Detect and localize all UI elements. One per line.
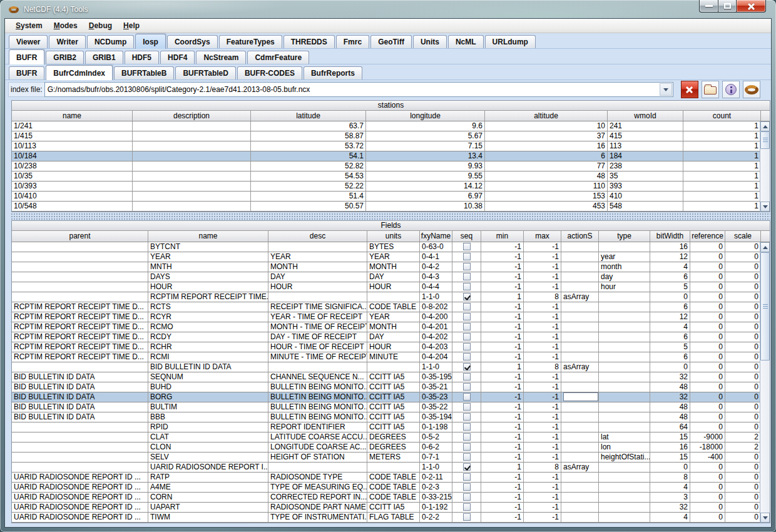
- count-cell[interactable]: 1: [683, 151, 761, 161]
- scale-cell[interactable]: 0: [725, 382, 761, 392]
- name-cell[interactable]: RATP: [148, 473, 268, 483]
- type-cell[interactable]: lon: [599, 442, 650, 453]
- type-cell[interactable]: [599, 382, 650, 392]
- type-cell[interactable]: day: [599, 272, 650, 282]
- parent-cell[interactable]: [12, 242, 148, 252]
- fxyName-cell[interactable]: 0-35-21: [420, 382, 452, 392]
- netcdf-button[interactable]: [743, 81, 760, 98]
- max-cell[interactable]: -1: [524, 262, 561, 272]
- max-cell[interactable]: -1: [524, 372, 561, 382]
- name-cell[interactable]: 10/113: [12, 141, 133, 151]
- tab-ncml[interactable]: NcML: [448, 35, 484, 48]
- seq-cell[interactable]: [452, 332, 481, 342]
- max-cell[interactable]: -1: [524, 322, 561, 332]
- latitude-cell[interactable]: 50.57: [251, 202, 366, 212]
- longitude-cell[interactable]: 9.55: [366, 171, 485, 182]
- fxyName-cell[interactable]: 1-1-0: [420, 292, 452, 302]
- desc-cell[interactable]: RADIOSONDE PART NAME: [268, 503, 367, 513]
- tab-geotiff[interactable]: GeoTiff: [370, 35, 412, 48]
- column-header-name[interactable]: name: [148, 231, 268, 242]
- type-cell[interactable]: [599, 342, 650, 352]
- checked-checkbox-icon[interactable]: [463, 363, 471, 371]
- units-cell[interactable]: CCITT IA5: [367, 392, 420, 402]
- column-header-scale[interactable]: scale: [725, 231, 761, 242]
- actionS-cell[interactable]: asArray: [561, 292, 599, 302]
- units-cell[interactable]: FLAG TABLE: [367, 513, 420, 523]
- fxyName-cell[interactable]: 0-7-1: [420, 453, 452, 463]
- seq-cell[interactable]: [452, 392, 481, 402]
- scale-cell[interactable]: 0: [725, 342, 761, 352]
- name-cell[interactable]: UARID RADIOSONDE REPORT I...: [148, 463, 268, 473]
- column-header-longitude[interactable]: longitude: [366, 111, 485, 121]
- max-cell[interactable]: -1: [524, 302, 561, 312]
- name-cell[interactable]: CORN: [148, 493, 268, 503]
- table-row[interactable]: UARID RADIOSONDE REPORT I...1-1-018asArr…: [12, 463, 761, 473]
- count-cell[interactable]: 1: [683, 182, 761, 192]
- column-header-wmoId[interactable]: wmoId: [608, 111, 683, 121]
- name-cell[interactable]: RCTS: [148, 302, 268, 312]
- type-cell[interactable]: month: [599, 262, 650, 272]
- type-cell[interactable]: [599, 473, 650, 483]
- actionS-cell[interactable]: [561, 272, 599, 282]
- table-row[interactable]: UARID RADIOSONDE REPORT ID ...TIWMTYPE O…: [12, 513, 761, 523]
- fxyName-cell[interactable]: 0-35-195: [420, 372, 452, 382]
- latitude-cell[interactable]: 63.7: [251, 121, 366, 131]
- scale-cell[interactable]: 0: [725, 412, 761, 422]
- bitWidth-cell[interactable]: 16: [650, 242, 690, 252]
- count-cell[interactable]: 1: [683, 192, 761, 202]
- index-file-combobox[interactable]: G:/nomads/bufr/obs.20130806/split/Catego…: [44, 82, 673, 97]
- table-row[interactable]: BID BULLETIN ID DATA1-1-018asArray000: [12, 362, 761, 372]
- name-cell[interactable]: YEAR: [148, 252, 268, 262]
- tab-cdmrfeature[interactable]: CdmrFeature: [247, 51, 309, 64]
- max-cell[interactable]: -1: [524, 483, 561, 493]
- min-cell[interactable]: -1: [481, 262, 524, 272]
- reference-cell[interactable]: 0: [690, 382, 725, 392]
- maximize-button[interactable]: [718, 0, 737, 13]
- desc-cell[interactable]: MONTH - TIME OF RECEIPT: [268, 322, 367, 332]
- checked-checkbox-icon[interactable]: [463, 293, 471, 300]
- fxyName-cell[interactable]: 0-4-4: [420, 282, 452, 292]
- table-row[interactable]: BID BULLETIN ID DATABULTIMBULLETIN BEING…: [12, 402, 761, 412]
- column-header-altitude[interactable]: altitude: [485, 111, 608, 121]
- bitWidth-cell[interactable]: 12: [650, 252, 690, 262]
- scale-cell[interactable]: 0: [725, 372, 761, 382]
- bitWidth-cell[interactable]: 64: [650, 422, 690, 432]
- actionS-cell[interactable]: [561, 442, 599, 453]
- type-cell[interactable]: [599, 322, 650, 332]
- desc-cell[interactable]: HEIGHT OF STATION: [268, 453, 367, 463]
- tab-thredds[interactable]: THREDDS: [283, 35, 335, 48]
- altitude-cell[interactable]: 10: [485, 121, 608, 131]
- minimize-button[interactable]: [699, 0, 718, 13]
- min-cell[interactable]: -1: [481, 382, 524, 392]
- parent-cell[interactable]: RCPTIM REPORT RECEIPT TIME D...: [12, 312, 148, 322]
- tab-bufrreports[interactable]: BufrReports: [304, 66, 362, 79]
- parent-cell[interactable]: [12, 463, 148, 473]
- type-cell[interactable]: [599, 463, 650, 473]
- actionS-cell[interactable]: [561, 382, 599, 392]
- scale-cell[interactable]: 0: [725, 473, 761, 483]
- column-header-description[interactable]: description: [133, 111, 251, 121]
- name-cell[interactable]: RCYR: [148, 312, 268, 322]
- desc-cell[interactable]: BULLETIN BEING MONITO...: [268, 382, 367, 392]
- units-cell[interactable]: CODE TABLE: [367, 302, 420, 312]
- latitude-cell[interactable]: 52.22: [251, 182, 366, 192]
- units-cell[interactable]: CODE TABLE: [367, 483, 420, 493]
- clear-button[interactable]: [681, 81, 698, 98]
- altitude-cell[interactable]: 16: [485, 141, 608, 151]
- parent-cell[interactable]: [12, 362, 148, 372]
- reference-cell[interactable]: 0: [690, 503, 725, 513]
- name-cell[interactable]: BBB: [148, 412, 268, 422]
- tab-bufrcdmindex[interactable]: BufrCdmIndex: [46, 65, 113, 80]
- type-cell[interactable]: [599, 332, 650, 342]
- seq-cell[interactable]: [452, 493, 481, 503]
- type-cell[interactable]: hour: [599, 282, 650, 292]
- desc-cell[interactable]: CHANNEL SEQUENCE N...: [268, 372, 367, 382]
- parent-cell[interactable]: UARID RADIOSONDE REPORT ID ...: [12, 483, 148, 493]
- wmoId-cell[interactable]: 184: [608, 151, 683, 161]
- desc-cell[interactable]: DAY - TIME OF RECEIPT: [268, 332, 367, 342]
- table-row[interactable]: BID BULLETIN ID DATASEQNUMCHANNEL SEQUEN…: [12, 372, 761, 382]
- desc-cell[interactable]: LATITUDE COARSE ACCU...: [268, 432, 367, 442]
- desc-cell[interactable]: MINUTE - TIME OF RECEIPT: [268, 352, 367, 362]
- min-cell[interactable]: -1: [481, 342, 524, 352]
- table-row[interactable]: 10/3554.539.5548351: [12, 171, 761, 182]
